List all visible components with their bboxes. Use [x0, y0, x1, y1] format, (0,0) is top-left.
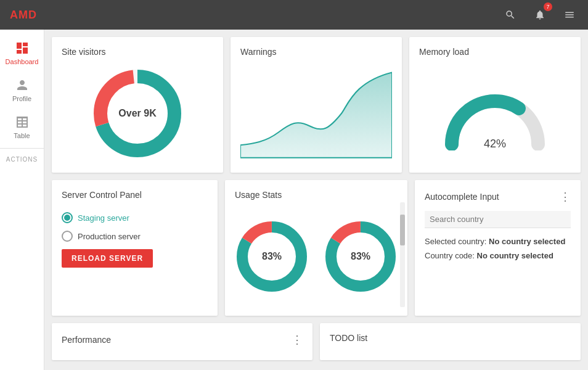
usage-chart-1: 83% [235, 220, 309, 294]
usage-label-1: 83% [262, 251, 282, 262]
sidebar: Dashboard Profile Table ACTIONS [0, 30, 44, 370]
usage-stats-card: Usage Stats 83% [225, 180, 407, 316]
middle-cards-row: Server Control Panel Staging server Prod… [52, 180, 581, 316]
production-server-radio[interactable] [62, 231, 73, 242]
usage-stats-inner: 83% 83% [235, 207, 398, 306]
performance-title: Performance [62, 335, 111, 345]
country-code-value: No country selected [477, 251, 553, 260]
autocomplete-more-icon[interactable]: ⋮ [560, 190, 571, 204]
sidebar-item-dashboard[interactable]: Dashboard [0, 35, 44, 72]
notifications-icon[interactable]: 7 [531, 6, 549, 23]
reload-server-button[interactable]: RELOAD SERVER [62, 249, 153, 268]
country-code-text: Country code: No country selected [425, 251, 571, 260]
site-visitors-title: Site visitors [62, 47, 213, 57]
top-cards-row: Site visitors Over 9K [52, 37, 581, 173]
sidebar-divider [0, 148, 44, 149]
todo-header: TODO list [330, 333, 571, 343]
usage-stats-title: Usage Stats [235, 190, 398, 200]
site-visitors-card: Site visitors Over 9K [52, 37, 223, 173]
usage-scrollbar-thumb[interactable] [400, 215, 405, 245]
production-server-option[interactable]: Production server [62, 231, 141, 242]
autocomplete-card: Autocomplete Input ⋮ Selected country: N… [415, 180, 581, 316]
memory-gauge-label: 42% [484, 138, 506, 150]
autocomplete-title: Autocomplete Input [425, 192, 499, 202]
warnings-chart [240, 67, 392, 160]
search-country-input[interactable] [425, 211, 571, 228]
bottom-cards-row: Performance ⋮ TODO list [52, 323, 581, 360]
site-visitors-inner: Over 9K [62, 64, 213, 163]
selected-country-value: No country selected [489, 237, 565, 246]
memory-gauge: 42% [443, 89, 547, 150]
site-visitors-chart: Over 9K [91, 67, 184, 160]
app-body: Dashboard Profile Table ACTIONS Site vis… [0, 30, 588, 370]
search-icon[interactable] [502, 6, 519, 23]
site-visitors-label: Over 9K [118, 108, 156, 119]
server-control-title: Server Control Panel [62, 190, 208, 200]
selected-country-label: Selected country: [425, 237, 486, 246]
sidebar-table-label: Table [14, 132, 30, 139]
actions-label: ACTIONS [0, 151, 44, 165]
warnings-card: Warnings [231, 37, 402, 173]
autocomplete-body: Selected country: No country selected Co… [425, 211, 571, 260]
server-control-card: Server Control Panel Staging server Prod… [52, 180, 218, 316]
todo-title: TODO list [330, 333, 367, 343]
usage-scrollbar[interactable] [400, 202, 405, 307]
main-content: Site visitors Over 9K [44, 30, 588, 370]
memory-load-inner: 42% [419, 64, 571, 163]
sidebar-item-profile[interactable]: Profile [0, 72, 44, 109]
staging-server-option[interactable]: Staging server [62, 212, 129, 223]
memory-load-card: Memory load 42% [409, 37, 581, 173]
memory-load-title: Memory load [419, 47, 571, 57]
usage-chart-2: 83% [324, 220, 398, 294]
todo-card: TODO list [320, 323, 581, 360]
production-server-label: Production server [78, 232, 141, 241]
staging-server-radio[interactable] [62, 212, 73, 223]
autocomplete-header: Autocomplete Input ⋮ [425, 190, 571, 204]
menu-icon[interactable] [561, 6, 578, 23]
performance-header: Performance ⋮ [62, 333, 303, 347]
performance-card: Performance ⋮ [52, 323, 312, 360]
server-control-inner: Staging server Production server RELOAD … [62, 207, 208, 268]
warnings-title: Warnings [240, 47, 392, 57]
sidebar-dashboard-label: Dashboard [6, 58, 39, 65]
app-logo: AMD [10, 9, 37, 22]
top-nav: AMD 7 [0, 0, 588, 30]
performance-more-icon[interactable]: ⋮ [292, 333, 303, 347]
notification-badge: 7 [544, 2, 552, 11]
sidebar-item-table[interactable]: Table [0, 109, 44, 146]
sidebar-profile-label: Profile [12, 95, 31, 102]
country-code-label: Country code: [425, 251, 475, 260]
nav-icons: 7 [502, 6, 578, 23]
warnings-inner [240, 64, 392, 163]
usage-label-2: 83% [351, 251, 370, 262]
selected-country-text: Selected country: No country selected [425, 237, 571, 246]
staging-server-label: Staging server [78, 213, 129, 223]
